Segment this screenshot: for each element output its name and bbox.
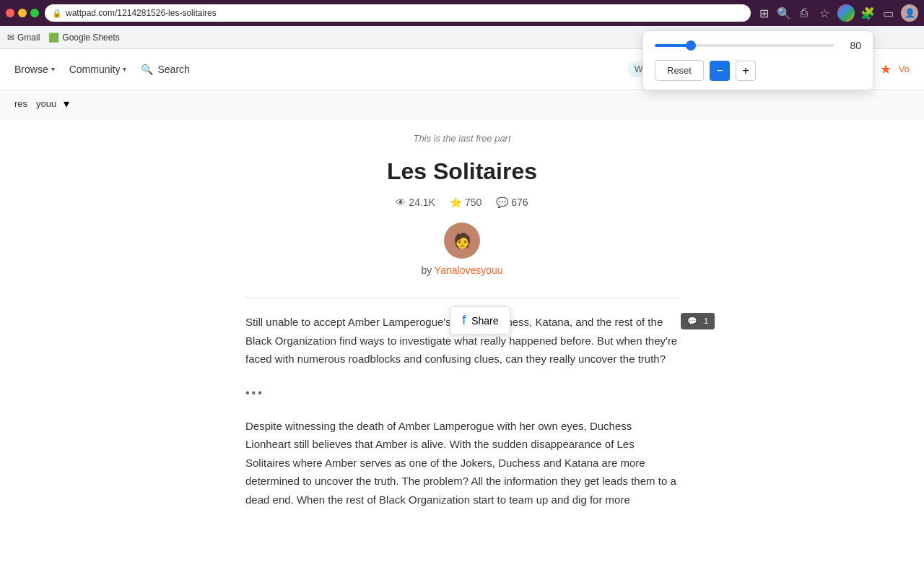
toolbar-breadcrumb: res youu <box>14 98 56 109</box>
content-divider <box>245 298 679 298</box>
zoom-buttons-row: Reset − + <box>655 60 861 81</box>
gmail-icon: ✉ <box>7 33 14 43</box>
share-icon[interactable]: ⎙ <box>797 7 811 20</box>
story-stats: 👁 24.1K ⭐ 750 💬 676 <box>245 197 679 208</box>
facebook-share-popup[interactable]: f Share <box>450 306 510 335</box>
reading-toolbar: res youu ▾ <box>0 90 924 118</box>
community-menu[interactable]: Community ▾ <box>69 64 127 75</box>
zoom-plus-button[interactable]: + <box>736 61 756 81</box>
share-label: Share <box>471 315 498 327</box>
main-content: This is the last free part Les Solitaire… <box>0 118 924 578</box>
breadcrumb-chevron[interactable]: ▾ <box>64 97 69 111</box>
comment-count-2[interactable]: 💬 1 <box>683 313 715 329</box>
maximize-dot[interactable] <box>30 9 39 17</box>
votes-stat: ⭐ 750 <box>450 197 481 208</box>
user-avatar[interactable]: 👤 <box>901 4 918 22</box>
views-stat: 👁 24.1K <box>396 197 435 208</box>
browse-menu[interactable]: Browse ▾ <box>14 64 55 75</box>
close-dot[interactable] <box>6 9 14 17</box>
zoom-slider-fill <box>655 44 691 47</box>
chrome-browser-bar: 🔒 wattpad.com/1214281526-les-solitaires … <box>0 0 924 26</box>
search-area[interactable]: 🔍 Search <box>141 64 189 75</box>
vote-button[interactable]: Vo <box>899 64 910 74</box>
facebook-icon: f <box>462 313 466 328</box>
sheets-icon: 🟩 <box>48 33 59 43</box>
zoom-popup: 80 Reset − + <box>642 30 873 90</box>
zoom-slider[interactable] <box>655 44 834 47</box>
star-stat-icon: ⭐ <box>450 197 462 208</box>
browse-arrow: ▾ <box>51 65 55 73</box>
comment-stat-icon: 💬 <box>496 197 508 208</box>
window-toggle-icon[interactable]: ▭ <box>881 7 895 20</box>
profile-icon[interactable] <box>837 4 855 22</box>
comment-bubble-icon-2: 💬 <box>687 316 699 325</box>
address-text: wattpad.com/1214281526-les-solitaires <box>66 8 217 18</box>
chrome-toolbar: ⊞ 🔍 ⎙ ☆ 🧩 ▭ 👤 <box>757 4 918 22</box>
search-icon: 🔍 <box>141 64 153 75</box>
zoom-slider-row: 80 <box>655 40 861 51</box>
minimize-dot[interactable] <box>18 9 27 17</box>
window-controls <box>6 9 39 17</box>
last-free-notice: This is the last free part <box>245 133 679 144</box>
zoom-reset-button[interactable]: Reset <box>655 60 704 81</box>
extensions-icon[interactable]: 🧩 <box>860 7 875 20</box>
paragraph-2: Despite witnessing the death of Amber La… <box>245 417 679 509</box>
community-arrow: ▾ <box>123 65 126 73</box>
bookmark-icon[interactable]: ☆ <box>817 7 832 20</box>
bookmark-sheets[interactable]: 🟩 Google Sheets <box>48 33 119 43</box>
bookmark-gmail[interactable]: ✉ Gmail <box>7 33 40 43</box>
story-title: Les Solitaires <box>245 158 679 185</box>
author-avatar: 🧑 <box>444 223 480 259</box>
comments-stat: 💬 676 <box>496 197 528 208</box>
star-button[interactable]: ★ <box>880 61 892 77</box>
zoom-minus-button[interactable]: − <box>710 61 730 81</box>
story-area: This is the last free part Les Solitaire… <box>245 118 679 538</box>
zoom-slider-thumb <box>686 40 696 51</box>
zoom-icon[interactable]: 🔍 <box>777 7 791 20</box>
story-text: Still unable to accept Amber Lamperogue'… <box>245 313 679 509</box>
lock-icon: 🔒 <box>52 9 62 18</box>
zoom-value: 80 <box>840 40 861 51</box>
author-line: by Yanalovesyouu <box>245 264 679 276</box>
eye-icon: 👁 <box>396 197 406 208</box>
translate-icon[interactable]: ⊞ <box>757 7 771 20</box>
address-bar[interactable]: 🔒 wattpad.com/1214281526-les-solitaires <box>45 4 751 22</box>
author-link[interactable]: Yanalovesyouu <box>435 264 503 276</box>
ellipsis: ••• 💬 1 <box>245 383 679 402</box>
